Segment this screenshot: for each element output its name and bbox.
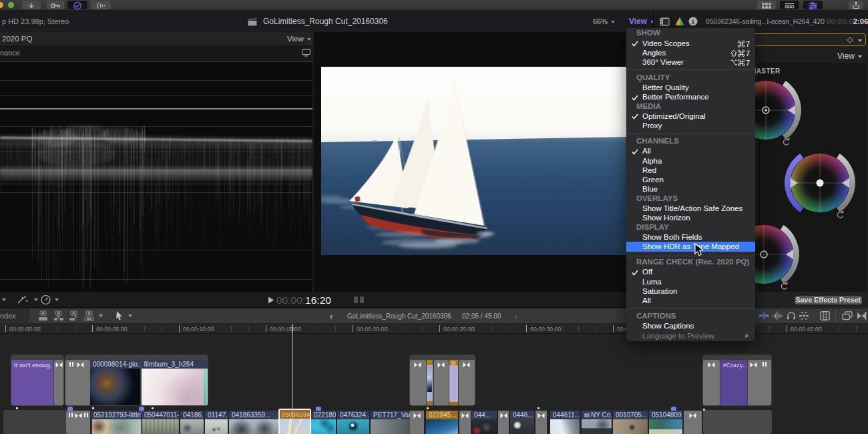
svg-text:7: 7	[746, 49, 750, 57]
svg-text:i: i	[692, 18, 694, 25]
svg-text:7: 7	[746, 59, 750, 67]
svg-text:7: 7	[746, 40, 750, 48]
